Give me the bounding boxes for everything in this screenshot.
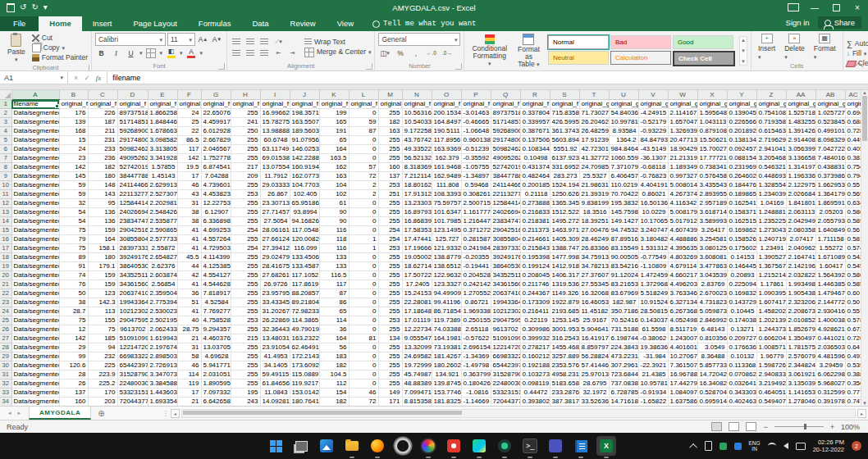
cell[interactable]: 5.008179: [668, 208, 697, 217]
cell[interactable]: 0.383: [845, 154, 861, 163]
cell[interactable]: 1.350497: [786, 334, 815, 343]
cell[interactable]: 1.598726: [756, 361, 786, 370]
cell[interactable]: 23.91054: [260, 343, 290, 352]
cell[interactable]: 59: [59, 190, 88, 199]
align-middle-button[interactable]: [244, 36, 257, 47]
cell[interactable]: 0.195398: [520, 253, 550, 262]
comma-style-button[interactable]: ,: [409, 48, 422, 58]
cell[interactable]: 4.557264: [201, 235, 231, 244]
cell[interactable]: 54: [59, 208, 88, 217]
cell[interactable]: 21.39319: [579, 190, 609, 199]
cell[interactable]: 8.36488: [697, 352, 727, 361]
cell[interactable]: 2.898503: [148, 352, 177, 361]
cell[interactable]: 15.50621: [697, 136, 727, 145]
paste-button[interactable]: Paste▾: [3, 32, 30, 64]
cell[interactable]: 224.3843: [609, 343, 638, 352]
cell[interactable]: -1.05755: [461, 163, 491, 172]
cell[interactable]: original_g: [668, 100, 697, 109]
cell[interactable]: 119.9217: [290, 379, 319, 389]
cell[interactable]: 0.59468: [461, 181, 491, 190]
font-size-combo[interactable]: 11▾: [167, 33, 195, 46]
cell[interactable]: 0.216833: [520, 208, 550, 217]
cell[interactable]: 7.212114: [402, 172, 432, 181]
cell[interactable]: Data/segmented: [11, 127, 59, 136]
cell[interactable]: 13.32099: [402, 343, 432, 352]
cell[interactable]: 44: [177, 262, 201, 271]
fill-color-button[interactable]: ◧: [165, 48, 177, 58]
cell[interactable]: 2.719629: [756, 136, 786, 145]
cell[interactable]: 30855804: [117, 235, 148, 244]
tray-expand-icon[interactable]: [689, 443, 697, 451]
cell[interactable]: 0.174038: [727, 316, 756, 325]
cell[interactable]: 0.180426: [461, 379, 491, 389]
cell[interactable]: 0.231969: [727, 163, 756, 172]
cell[interactable]: 73.19381: [432, 343, 461, 352]
cell[interactable]: -1.06648: [461, 127, 491, 136]
cell[interactable]: 1.678663: [148, 127, 177, 136]
cell[interactable]: 9.838199: [579, 199, 609, 208]
cell[interactable]: 13.98888: [260, 127, 290, 136]
cell[interactable]: 171: [378, 398, 402, 407]
cell[interactable]: 181.8325: [432, 398, 461, 407]
cell[interactable]: 28397333: [491, 244, 520, 253]
cell[interactable]: original_f: [177, 100, 201, 109]
cell[interactable]: 0.794: [845, 172, 861, 181]
clock[interactable]: 02:26 PM20-12-2022: [813, 439, 844, 453]
cell[interactable]: 0: [349, 280, 378, 289]
column-header-H[interactable]: H: [231, 90, 260, 100]
cell[interactable]: 164: [319, 334, 349, 343]
settings-icon[interactable]: [393, 436, 413, 456]
cell[interactable]: 57.41446: [579, 361, 609, 370]
zoom-in-icon[interactable]: +: [830, 423, 834, 431]
cell[interactable]: 233: [88, 145, 117, 154]
cell[interactable]: 0.138134: [727, 136, 756, 145]
cell[interactable]: -1.49798: [461, 361, 491, 370]
row-header-26[interactable]: 26: [0, 325, 11, 334]
cell[interactable]: 20.47713: [668, 136, 697, 145]
cell[interactable]: 4.928621: [815, 325, 845, 334]
cancel-entry-icon[interactable]: ×: [74, 74, 78, 82]
cell[interactable]: 2.846992: [697, 316, 727, 325]
cell[interactable]: 233.2876: [550, 389, 579, 398]
cell[interactable]: -1.10809: [638, 262, 668, 271]
cell[interactable]: 28.46249: [579, 235, 609, 244]
cell[interactable]: 120.0082: [290, 235, 319, 244]
cell[interactable]: 56.28824: [579, 352, 609, 361]
vertical-scrollbar[interactable]: ▲ ▼: [861, 90, 868, 406]
cell[interactable]: 2.040962: [786, 244, 815, 253]
cell[interactable]: 2.344824: [786, 361, 815, 370]
cell[interactable]: 0.545: [845, 262, 861, 271]
tab-page-layout[interactable]: Page Layout: [122, 16, 187, 31]
cell[interactable]: Data/segmented: [11, 217, 59, 226]
cell[interactable]: 59268900: [491, 127, 520, 136]
column-header-J[interactable]: J: [290, 90, 319, 100]
cell[interactable]: 25: [177, 118, 201, 127]
cell[interactable]: 0.143037: [638, 316, 668, 325]
cell[interactable]: 0.464051: [756, 389, 786, 398]
column-header-N[interactable]: N: [402, 90, 432, 100]
cell[interactable]: 3.29459: [815, 361, 845, 370]
cell[interactable]: 3.135039: [786, 379, 815, 389]
cell[interactable]: 0.576458: [697, 172, 727, 181]
cell[interactable]: 170: [88, 389, 117, 398]
cell[interactable]: 3.763346: [668, 289, 697, 298]
cell[interactable]: 16.50136: [638, 199, 668, 208]
cell[interactable]: 28397333: [117, 244, 148, 253]
cell[interactable]: 10.17065: [638, 217, 668, 226]
cell[interactable]: -0.38062: [638, 334, 668, 343]
tablet-icon[interactable]: [796, 443, 806, 450]
cell[interactable]: 1.458202: [756, 307, 786, 316]
cell[interactable]: 0: [349, 316, 378, 325]
cell[interactable]: 61.84656: [260, 379, 290, 389]
cell[interactable]: Data/segmented: [11, 199, 59, 208]
cell[interactable]: Data/segmented: [11, 398, 59, 407]
cell[interactable]: 0.694: [845, 109, 861, 118]
cell[interactable]: 2.775394: [148, 298, 177, 307]
cell[interactable]: 190.5111: [432, 127, 461, 136]
cell[interactable]: 195.3832: [609, 199, 638, 208]
cell[interactable]: 21.21319: [668, 154, 697, 163]
cell[interactable]: 215: [231, 334, 260, 343]
cell[interactable]: 0.672: [845, 325, 861, 334]
cell[interactable]: 120.6: [59, 361, 88, 370]
cell[interactable]: 28: [59, 370, 88, 379]
